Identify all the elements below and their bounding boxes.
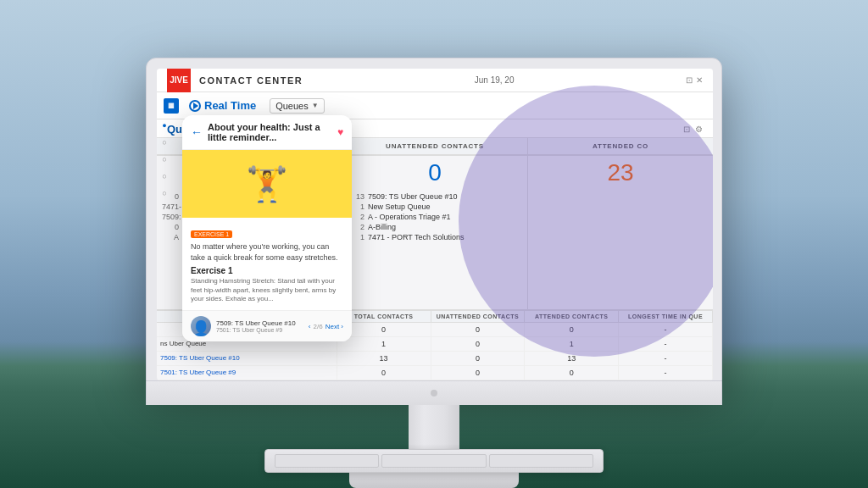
list-item: 2 A-Billing	[348, 222, 522, 232]
list-item: 2 A - Operations Triage #1	[348, 212, 522, 222]
settings-gear-icon[interactable]: ⚙	[695, 125, 703, 134]
attended-contacts-number: 23	[528, 156, 713, 190]
notification-popup: ← About your health: Just a little remin…	[182, 115, 352, 341]
next-button[interactable]: Next ›	[326, 323, 343, 330]
notification-title: About your health: Just a little reminde…	[208, 122, 337, 142]
attended-contacts-col: ATTENDED CO 23	[528, 138, 713, 309]
sender-sub: 7501: TS Uber Queue #9	[216, 327, 309, 333]
avatar: 👤	[191, 316, 211, 336]
real-time-label: Real Time	[204, 99, 256, 112]
notification-footer: 👤 7509: TS Uber Queue #10 7501: TS Uber …	[182, 310, 352, 341]
imac-wrapper: JIVE CONTACT CENTER Jun 19, 20 ⊡ ✕ ▦ Rea…	[146, 58, 722, 488]
list-item: 13 7509: TS Uber Queue #10	[348, 191, 522, 202]
imac-chin	[146, 381, 722, 405]
app-title: CONTACT CENTER	[199, 75, 303, 86]
window-controls: ⊡ ✕	[686, 75, 703, 85]
jive-logo: JIVE	[167, 69, 191, 92]
notification-exercise-desc: Standing Hamstring Stretch: Stand tall w…	[191, 277, 343, 303]
attended-contacts-header: ATTENDED CO	[528, 138, 713, 156]
unattended-contacts-header: UNATTENDED CONTACTS	[342, 138, 527, 156]
col-header-attended: ATTENDED CONTACTS	[525, 311, 619, 322]
col-header-unattended: UNATTENDED CONTACTS	[431, 311, 526, 322]
window-close-icon[interactable]: ✕	[696, 75, 703, 85]
notification-body: EXERCISE 1 No matter where you're workin…	[182, 218, 352, 310]
unattended-contacts-col: UNATTENDED CONTACTS 0 13 7509: TS Uber Q…	[342, 138, 528, 309]
list-item: 1 7471 - PORT Tech Solutions	[348, 232, 522, 242]
sidebar-item-home[interactable]: ●	[159, 119, 170, 131]
imac-screen: JIVE CONTACT CENTER Jun 19, 20 ⊡ ✕ ▦ Rea…	[157, 69, 713, 380]
notification-header: ← About your health: Just a little remin…	[182, 115, 352, 150]
window-expand-icon[interactable]: ⊡	[686, 75, 693, 85]
notification-label: EXERCISE 1	[191, 230, 232, 238]
prev-icon[interactable]: ‹	[309, 323, 311, 330]
keyboard-key	[489, 454, 593, 468]
unattended-contacts-queue-list: 13 7509: TS Uber Queue #10 1 New Setup Q…	[342, 190, 527, 244]
notification-count: 2/6	[314, 323, 323, 330]
realtime-icon	[189, 100, 201, 112]
table-row: 7501: TS Uber Queue #9 0 0 0 -	[157, 366, 713, 380]
notification-image: 🏋️	[182, 150, 352, 218]
keyboard-key	[275, 454, 379, 468]
exercise-figure-icon: 🏋️	[246, 164, 288, 204]
keyboard-key	[381, 454, 486, 468]
list-item: 1 New Setup Queue	[348, 202, 522, 212]
heart-icon[interactable]: ♥	[337, 126, 343, 138]
title-bar: JIVE CONTACT CENTER Jun 19, 20 ⊡ ✕	[157, 69, 713, 92]
sender-name: 7509: TS Uber Queue #10	[216, 319, 309, 327]
imac-bezel: JIVE CONTACT CENTER Jun 19, 20 ⊡ ✕ ▦ Rea…	[146, 58, 722, 381]
avatar-figure-icon: 👤	[192, 321, 210, 336]
queues-dropdown[interactable]: Queues ▼	[270, 98, 324, 114]
sidebar-item-settings[interactable]: ○	[159, 170, 170, 182]
sidebar: ● ○ ○ ○ ○	[157, 119, 172, 199]
sidebar-item-help[interactable]: ○	[159, 187, 170, 199]
keyboard	[264, 449, 604, 473]
notification-nav: ‹ 2/6 Next ›	[309, 323, 343, 330]
notification-exercise-title: Exercise 1	[191, 266, 343, 275]
imac-camera	[431, 390, 437, 396]
unattended-contacts-number: 0	[342, 156, 527, 190]
imac-stand-base	[349, 473, 519, 488]
title-date: Jun 19, 20	[475, 75, 515, 85]
table-row: 7509: TS Uber Queue #10 13 0 13 -	[157, 352, 713, 366]
back-arrow-icon[interactable]: ←	[191, 125, 203, 139]
notification-body-text: No matter where you're working, you can …	[191, 241, 343, 263]
real-time-tab[interactable]: Real Time	[182, 99, 263, 112]
queues-label: Queues	[275, 101, 309, 111]
notification-sender: 7509: TS Uber Queue #10 7501: TS Uber Qu…	[216, 319, 309, 333]
toolbar-bar-chart-icon: ▦	[164, 98, 179, 114]
chevron-down-icon: ▼	[312, 102, 319, 109]
sidebar-item-contacts[interactable]: ○	[159, 136, 170, 148]
sidebar-item-reports[interactable]: ○	[159, 153, 170, 165]
col-header-longest: LONGEST TIME IN QUE	[619, 311, 713, 322]
export-icon[interactable]: ⊡	[683, 125, 690, 134]
